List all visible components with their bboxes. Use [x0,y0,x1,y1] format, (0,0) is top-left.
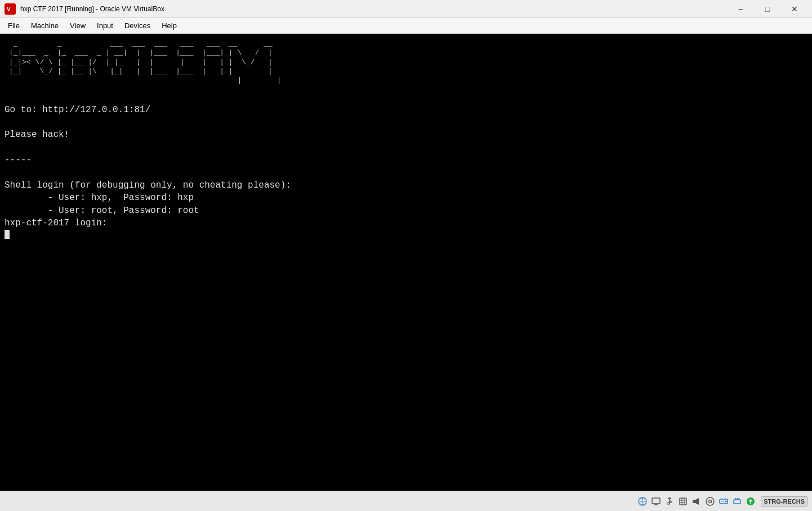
vm-display[interactable]: _ _ ___ ___ ___ ___ ___ __ __ |_|___ _ |… [0,34,812,491]
menu-machine[interactable]: Machine [25,19,64,32]
svg-rect-17 [693,500,695,503]
cd-icon[interactable] [704,496,716,507]
svg-rect-9 [670,501,672,503]
svg-point-19 [709,500,712,503]
minimize-button[interactable]: − [728,0,753,18]
sound-icon[interactable] [691,496,702,507]
close-button[interactable]: ✕ [782,0,807,18]
menu-view[interactable]: View [64,19,91,32]
settings-icon[interactable] [677,496,689,507]
display-icon[interactable] [650,496,662,507]
app-icon: V [5,3,16,15]
window-title: hxp CTF 2017 [Running] - Oracle VM Virtu… [20,5,728,13]
window-controls: − □ ✕ [728,0,807,18]
maximize-button[interactable]: □ [755,0,780,18]
svg-rect-12 [680,498,686,505]
usb-icon[interactable] [664,496,675,507]
network-icon[interactable] [637,496,648,507]
terminal-content: Go to: http://127.0.0.1:81/ Please hack!… [5,91,807,229]
menu-input[interactable]: Input [91,19,119,32]
keyboard-shortcut-label: STRG-RECHS [761,496,807,506]
terminal-output: _ _ ___ ___ ___ ___ ___ __ __ |_|___ _ |… [0,34,812,491]
svg-rect-23 [734,500,740,504]
menubar: File Machine View Input Devices Help [0,18,812,34]
hdd-icon[interactable] [718,496,729,507]
statusbar: STRG-RECHS [0,491,812,511]
svg-point-21 [725,500,727,502]
menu-devices[interactable]: Devices [119,19,156,32]
svg-text:V: V [7,6,11,12]
terminal-cursor [5,230,10,239]
ascii-art-display: _ _ ___ ___ ___ ___ ___ __ __ |_|___ _ |… [5,39,807,85]
svg-rect-5 [652,498,660,504]
svg-point-18 [706,497,714,505]
network-adapter-icon[interactable] [731,496,743,507]
titlebar: V hxp CTF 2017 [Running] - Oracle VM Vir… [0,0,812,18]
capture-icon[interactable] [745,496,756,507]
menu-help[interactable]: Help [156,19,182,32]
menu-file[interactable]: File [2,19,25,32]
